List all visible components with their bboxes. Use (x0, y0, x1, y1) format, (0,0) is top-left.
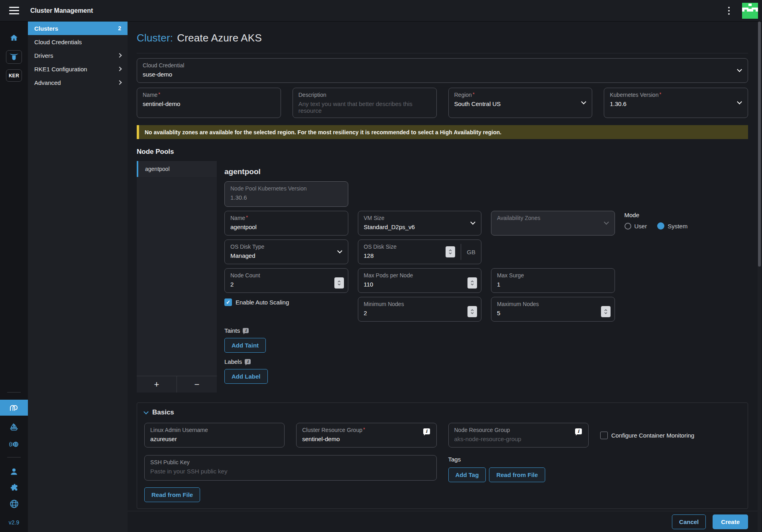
add-tag-button[interactable]: Add Tag (448, 467, 486, 482)
number-stepper[interactable] (601, 306, 611, 317)
number-stepper[interactable] (334, 277, 344, 289)
main-content: Cluster:Create Azure AKS Cloud Credentia… (128, 22, 762, 532)
app-window: Cluster Management (0, 0, 762, 532)
node-pool-title: agentpool (224, 167, 748, 176)
info-icon[interactable]: i (245, 359, 251, 364)
tags-label: Tags (448, 456, 741, 463)
globe-icon[interactable] (0, 499, 28, 509)
cloud-credential-select[interactable]: Cloud Credential suse-demo (137, 58, 748, 83)
max-pods-field[interactable]: Max Pods per Node 110 (358, 268, 482, 293)
max-surge-field[interactable]: Max Surge 1 (491, 268, 615, 293)
mode-radio-user[interactable]: User (625, 223, 647, 230)
description-field[interactable]: Description Any text you want that bette… (293, 88, 437, 118)
node-resource-group-field[interactable]: Node Resource Group aks-node-resource-gr… (448, 423, 589, 448)
page-title-prefix: Cluster: (137, 32, 173, 44)
unit-label: GB (467, 249, 475, 255)
chevron-down-icon (143, 409, 149, 414)
taints-label: Taints i (224, 327, 748, 334)
node-pool-tab-list: agentpool + − (137, 161, 217, 393)
cluster-resource-group-field[interactable]: Cluster Resource Group* sentinel-demo i (296, 423, 436, 448)
sidebar-item-cloud-credentials[interactable]: Cloud Credentials (28, 35, 128, 49)
chevron-right-icon (117, 53, 122, 57)
linux-admin-username-field[interactable]: Linux Admin Username azureuser (144, 423, 285, 448)
top-bar: Cluster Management (0, 0, 762, 22)
os-disk-size-field[interactable]: OS Disk Size 128 GB (358, 239, 482, 264)
scrollbar-thumb[interactable] (758, 22, 761, 267)
configure-container-monitoring-checkbox[interactable]: Configure Container Monitoring (600, 432, 740, 439)
ssh-public-key-field[interactable]: SSH Public Key Paste in your SSH public … (144, 455, 437, 481)
create-button[interactable]: Create (713, 514, 748, 529)
page-title: Cluster:Create Azure AKS (137, 32, 748, 44)
action-footer: Cancel Create (128, 511, 762, 532)
sidebar-item-clusters[interactable]: Clusters 2 (28, 22, 128, 35)
extensions-puzzle-icon[interactable] (0, 483, 28, 493)
node-pool-tab-footer: + − (137, 376, 217, 393)
number-stepper[interactable] (446, 246, 455, 257)
rancher-bull-icon[interactable] (6, 50, 22, 64)
maximum-nodes-field[interactable]: Maximum Nodes 5 (491, 297, 615, 322)
checkbox-unchecked-icon (600, 432, 608, 439)
ssh-read-from-file-button[interactable]: Read from File (144, 487, 200, 502)
node-pool-tab-agentpool[interactable]: agentpool (137, 161, 217, 177)
sidebar-item-drivers[interactable]: Drivers (28, 49, 128, 62)
home-icon[interactable] (0, 33, 28, 43)
user-avatar[interactable] (742, 3, 758, 19)
ker-badge[interactable]: KER (6, 69, 22, 82)
region-select[interactable]: Region* South Central US (448, 88, 593, 118)
radio-unselected-icon (625, 223, 631, 230)
number-stepper[interactable] (467, 306, 477, 317)
kebab-menu-icon[interactable] (723, 5, 735, 17)
mode-group: Mode User System (625, 211, 748, 236)
continuous-delivery-icon[interactable] (0, 440, 28, 449)
version-label[interactable]: v2.9 (9, 519, 19, 526)
cancel-button[interactable]: Cancel (672, 514, 706, 529)
hamburger-menu-icon[interactable] (0, 7, 28, 14)
enable-auto-scaling-checkbox[interactable]: ✓ Enable Auto Scaling (224, 298, 348, 306)
info-icon[interactable]: i (243, 328, 249, 333)
cluster-name-field[interactable]: Name* sentinel-demo (137, 88, 281, 118)
sidebar-item-advanced[interactable]: Advanced (28, 76, 128, 89)
sidebar-item-rke1-configuration[interactable]: RKE1 Configuration (28, 62, 128, 76)
minimum-nodes-field[interactable]: Minimum Nodes 2 (358, 297, 482, 322)
info-icon[interactable]: i (423, 428, 430, 434)
node-pool-k8s-version-field: Node Pool Kubernetes Version 1.30.6 (224, 181, 348, 207)
kubernetes-version-select[interactable]: Kubernetes Version* 1.30.6 (604, 88, 748, 118)
mode-radio-system[interactable]: System (657, 222, 687, 230)
title-divider (137, 53, 748, 53)
info-icon[interactable]: i (575, 428, 582, 434)
rail-divider (7, 457, 21, 457)
left-rail: KER (0, 22, 28, 532)
os-disk-type-select[interactable]: OS Disk Type Managed (224, 239, 348, 264)
node-count-field[interactable]: Node Count 2 (224, 268, 348, 293)
availability-warning-banner: No availablity zones are available for t… (137, 125, 748, 139)
node-pools-heading: Node Pools (137, 148, 748, 156)
side-nav: Clusters 2 Cloud Credentials Drivers RKE… (28, 22, 128, 532)
remove-node-pool-button[interactable]: − (177, 376, 217, 393)
number-stepper[interactable] (467, 277, 477, 289)
basics-grid: Linux Admin Username azureuser Cluster R… (144, 423, 740, 502)
node-resource-group-placeholder: aks-node-resource-group (454, 436, 583, 442)
node-pools-panel: agentpool + − agentpool Node Pool Kubern… (137, 161, 748, 393)
labels-label: Labels i (224, 358, 748, 365)
vertical-scrollbar[interactable] (758, 22, 761, 532)
pool-name-field[interactable]: Name* agentpool (224, 211, 348, 236)
tags-read-from-file-button[interactable]: Read from File (489, 467, 545, 482)
add-taint-button[interactable]: Add Taint (224, 338, 266, 353)
avatar-identicon (742, 3, 758, 19)
cluster-management-icon[interactable] (0, 400, 28, 416)
chevron-right-icon (117, 80, 122, 84)
radio-selected-icon (657, 222, 664, 230)
basics-section-header[interactable]: Basics (144, 408, 740, 416)
fleet-sailboat-icon[interactable] (0, 422, 28, 432)
cluster-basics-row: Name* sentinel-demo Description Any text… (137, 88, 748, 118)
vm-size-select[interactable]: VM Size Standard_D2ps_v6 (358, 211, 482, 236)
ssh-key-placeholder: Paste in your SSH public key (150, 468, 431, 475)
app-shell: KER (0, 22, 762, 532)
chevron-right-icon (117, 67, 122, 71)
add-label-button[interactable]: Add Label (224, 369, 268, 384)
rail-divider (7, 392, 21, 393)
user-icon[interactable] (0, 467, 28, 477)
node-pool-detail: agentpool Node Pool Kubernetes Version 1… (217, 161, 748, 393)
checkbox-checked-icon: ✓ (224, 298, 232, 306)
add-node-pool-button[interactable]: + (137, 376, 177, 393)
